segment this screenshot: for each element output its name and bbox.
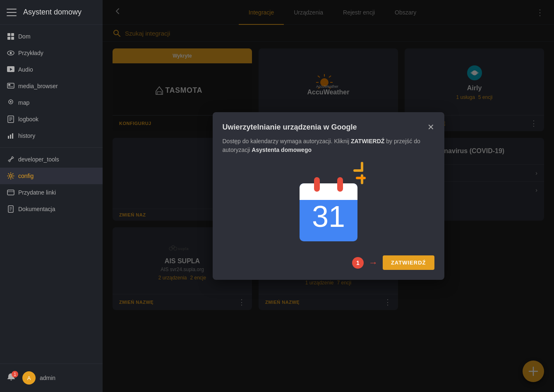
logbook-icon [7, 115, 18, 123]
sidebar-item-label: Audio [18, 66, 33, 73]
sidebar-divider [0, 147, 103, 148]
svg-rect-69 [353, 169, 363, 172]
svg-rect-10 [8, 87, 13, 87]
dialog-body: Dostęp do kalendarzy wymaga autoryzacji.… [223, 137, 434, 154]
wrench-icon [7, 155, 18, 164]
step-badge: 1 [352, 257, 364, 269]
grid-icon [7, 32, 18, 41]
sidebar-nav: Dom Przykłady Audio [0, 25, 103, 363]
svg-rect-25 [10, 209, 12, 209]
admin-label: admin [40, 375, 55, 381]
links-icon [7, 188, 18, 197]
svg-rect-2 [7, 37, 10, 40]
sidebar-item-config[interactable]: config [0, 168, 103, 184]
sidebar-item-label: developer_tools [18, 156, 59, 163]
sidebar-item-label: config [18, 173, 34, 179]
approve-button[interactable]: ZATWIERDŹ [383, 255, 434, 270]
svg-rect-8 [7, 83, 14, 88]
sidebar-item-dashboard[interactable]: Dom [0, 28, 103, 45]
auth-dialog: Uwierzytelnianie urządzenia w Google ✕ D… [213, 112, 444, 280]
sidebar-item-docs[interactable]: Dokumentacja [0, 201, 103, 217]
dialog-footer: 1 → ZATWIERDŹ [223, 255, 434, 270]
svg-rect-1 [11, 33, 14, 36]
approve-area: 1 → ZATWIERDŹ [352, 255, 434, 270]
svg-rect-65 [337, 177, 343, 192]
svg-rect-26 [10, 210, 11, 210]
sidebar-item-links[interactable]: Przydatne linki [0, 184, 103, 201]
svg-text:31: 31 [312, 200, 345, 233]
sidebar-item-label: Dom [18, 33, 31, 40]
svg-rect-19 [12, 133, 13, 139]
svg-rect-15 [9, 119, 12, 119]
sidebar-item-label: history [18, 132, 35, 139]
svg-rect-16 [9, 120, 11, 120]
svg-rect-14 [9, 118, 12, 118]
notification-badge: 1 [12, 371, 18, 378]
svg-point-12 [10, 101, 12, 103]
avatar: A [22, 371, 36, 385]
sidebar-item-label: Dokumentacja [18, 206, 55, 212]
sidebar-item-label: Przydatne linki [18, 189, 56, 196]
map-icon [7, 99, 18, 107]
arrow-icon: → [369, 257, 378, 268]
svg-rect-3 [11, 37, 14, 40]
sidebar-item-developer-tools[interactable]: developer_tools [0, 151, 103, 168]
svg-rect-21 [7, 190, 14, 195]
svg-rect-18 [10, 135, 11, 139]
dialog-close-button[interactable]: ✕ [427, 122, 434, 132]
sidebar-item-map[interactable]: map [0, 94, 103, 111]
sidebar-item-examples[interactable]: Przykłady [0, 45, 103, 61]
media-icon [7, 82, 18, 90]
svg-rect-9 [8, 84, 10, 86]
sidebar-item-label: media_browser [18, 83, 58, 89]
sidebar-header: Asystent domowy [0, 0, 103, 25]
sidebar-item-logbook[interactable]: logbook [0, 111, 103, 127]
sidebar-item-history[interactable]: history [0, 127, 103, 144]
svg-rect-64 [314, 177, 320, 192]
sidebar-item-label: Przykłady [18, 50, 43, 56]
main-content: Integracje Urządzenia Rejestr encji Obsz… [103, 0, 554, 392]
svg-rect-24 [10, 207, 12, 208]
sidebar-title: Asystent domowy [23, 8, 82, 17]
svg-point-5 [10, 52, 12, 54]
sidebar-item-label: logbook [18, 116, 38, 123]
dialog-image: 31 [223, 163, 434, 245]
dialog-overlay: Uwierzytelnianie urządzenia w Google ✕ D… [103, 0, 554, 392]
gear-icon [7, 172, 18, 180]
play-icon [7, 65, 18, 74]
sidebar-item-label: map [18, 99, 29, 106]
history-icon [7, 132, 18, 140]
eye-icon [7, 49, 18, 57]
sidebar-footer: 1 A admin [0, 367, 103, 389]
svg-rect-63 [300, 192, 357, 200]
hamburger-icon[interactable] [7, 9, 17, 16]
svg-point-20 [10, 175, 12, 177]
sidebar-item-media-browser[interactable]: media_browser [0, 78, 103, 94]
dialog-header: Uwierzytelnianie urządzenia w Google ✕ [223, 122, 434, 132]
sidebar-bottom: 1 A admin [0, 363, 103, 392]
docs-icon [7, 205, 18, 213]
svg-rect-17 [8, 136, 9, 139]
svg-rect-70 [356, 177, 366, 179]
notification-bell[interactable]: 1 [7, 373, 16, 383]
sidebar-item-audio[interactable]: Audio [0, 61, 103, 78]
dialog-title: Uwierzytelnianie urządzenia w Google [223, 123, 357, 132]
svg-rect-0 [7, 33, 10, 36]
sidebar: Asystent domowy Dom Przykł [0, 0, 103, 392]
